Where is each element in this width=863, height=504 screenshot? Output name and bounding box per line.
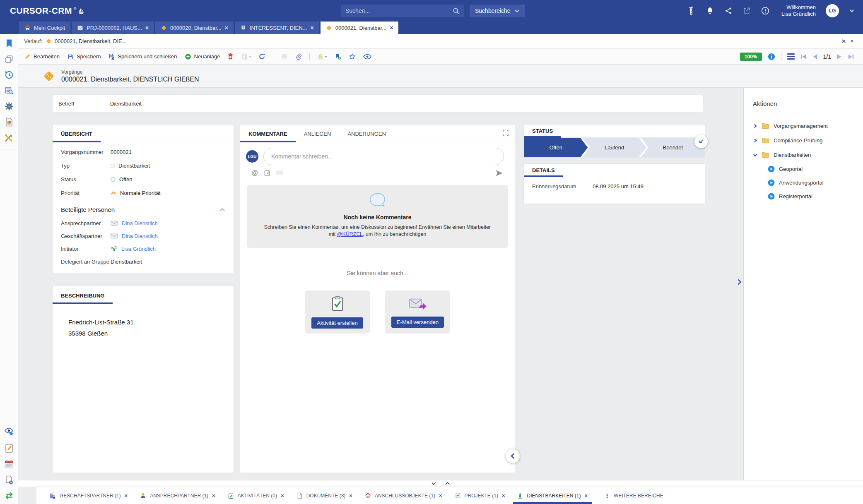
- create-activity-button[interactable]: Aktivität erstellen: [311, 317, 363, 329]
- watch-eye-icon[interactable]: [363, 54, 371, 60]
- search-scope-button[interactable]: Suchbereiche: [470, 5, 525, 17]
- sync-arrows-icon[interactable]: [4, 492, 14, 500]
- watch-eye-star-icon[interactable]: [4, 427, 14, 437]
- status-step-offen[interactable]: Offen: [524, 138, 588, 157]
- bottom-tab-dienstbarkeiten[interactable]: DIENSTBARKEITEN (1) ×: [511, 487, 594, 504]
- notes-clipboard-icon[interactable]: [5, 443, 14, 453]
- close-icon[interactable]: ×: [125, 492, 128, 499]
- search-icon[interactable]: [453, 7, 460, 14]
- collapse-panel-button[interactable]: [506, 449, 520, 463]
- copy-dropdown-icon[interactable]: ▾: [249, 54, 251, 59]
- collapse-section-icon[interactable]: [219, 208, 225, 212]
- tab-beschreibung[interactable]: BESCHREIBUNG: [53, 293, 113, 304]
- windows-stack-icon[interactable]: [5, 55, 14, 64]
- edit-button[interactable]: Bearbeiten: [24, 53, 60, 60]
- info-icon[interactable]: [768, 53, 775, 60]
- tab-anliegen[interactable]: ANLIEGEN: [296, 131, 340, 142]
- document-settings-icon[interactable]: [5, 475, 14, 485]
- close-icon[interactable]: ×: [390, 25, 393, 31]
- share-icon[interactable]: [724, 7, 733, 15]
- search-list-icon[interactable]: [5, 86, 14, 95]
- zoom-level-badge[interactable]: 100%: [740, 53, 762, 61]
- tree-folder-vorgangsmanagement[interactable]: Vorgangsmanagement: [753, 119, 859, 133]
- tab-details[interactable]: DETAILS: [524, 167, 563, 177]
- tab-mein-cockpit[interactable]: Mein Cockpit: [19, 22, 70, 34]
- list-menu-icon[interactable]: [787, 53, 795, 60]
- copy-icon[interactable]: ▾: [241, 53, 251, 60]
- bottom-tab-geschaeftspartner[interactable]: GESCHÄFTSPARTNER (1) ×: [43, 487, 134, 504]
- tree-folder-dienstbarkeiten[interactable]: Dienstbarkeiten: [753, 148, 859, 162]
- open-external-icon[interactable]: [742, 7, 751, 15]
- gear-process-icon[interactable]: [5, 102, 14, 111]
- previous-record-icon[interactable]: [812, 54, 817, 60]
- tab-status[interactable]: STATUS: [524, 128, 561, 137]
- save-button[interactable]: Speichern: [67, 53, 101, 60]
- print-icon[interactable]: [281, 53, 288, 60]
- user-menu-chevron-icon[interactable]: [849, 8, 855, 14]
- delete-icon[interactable]: [227, 53, 234, 60]
- last-record-icon[interactable]: [848, 54, 854, 60]
- history-dropdown-icon[interactable]: ▾: [851, 38, 853, 44]
- lighthouse-icon[interactable]: [687, 6, 696, 16]
- expand-fullscreen-icon[interactable]: [502, 130, 509, 136]
- search-input[interactable]: [345, 7, 453, 14]
- comment-input[interactable]: [263, 148, 504, 165]
- bottom-tab-dokumente[interactable]: DOKUMENTE (3) ×: [290, 487, 359, 504]
- tab-interessent[interactable]: INTERESSENT, DIEN... ×: [235, 22, 319, 34]
- bookmark-icon[interactable]: [5, 39, 13, 48]
- tree-action-geoportal[interactable]: Geoportal: [753, 162, 859, 176]
- refresh-icon[interactable]: [258, 53, 265, 60]
- description-text[interactable]: Friedrich-List-Straße 31 35398 Gießen: [53, 304, 234, 339]
- subject-value[interactable]: Dienstbarkeit: [110, 101, 142, 107]
- save-and-close-button[interactable]: Speichern und schließen: [108, 53, 177, 60]
- collapse-down-icon[interactable]: [431, 482, 436, 485]
- close-icon[interactable]: ×: [311, 25, 314, 31]
- close-icon[interactable]: ×: [212, 492, 215, 499]
- tree-action-anwendungsportal[interactable]: Anwendungsportal: [753, 176, 859, 190]
- close-icon[interactable]: ×: [281, 492, 284, 499]
- next-record-icon[interactable]: [837, 54, 842, 60]
- close-icon[interactable]: ×: [225, 25, 228, 31]
- tree-folder-compliance-pruefung[interactable]: Compliance-Prüfung: [753, 133, 859, 148]
- attachment-paperclip-icon[interactable]: [295, 53, 302, 60]
- bottom-tab-anschlussobjekte[interactable]: ANSCHLUSSOBJEKTE (1) ×: [359, 487, 448, 504]
- send-comment-icon[interactable]: [495, 170, 503, 177]
- history-clock-icon[interactable]: [5, 70, 14, 79]
- close-history-icon[interactable]: ×: [842, 38, 846, 45]
- favorite-star-icon[interactable]: [349, 53, 356, 60]
- close-icon[interactable]: ×: [439, 492, 442, 499]
- tab-projekt[interactable]: PRJ-0000002, HAUS... ×: [72, 22, 154, 34]
- tab-uebersicht[interactable]: ÜBERSICHT: [53, 131, 101, 142]
- bottom-tab-weitere-bereiche[interactable]: ⋮ WEITERE BEREICHE: [598, 487, 669, 504]
- status-collapse-button[interactable]: [694, 135, 708, 148]
- tools-wrench-icon[interactable]: [5, 133, 14, 142]
- history-entry[interactable]: 0000021, Dienstbarkeit, DIE...: [46, 38, 126, 44]
- lock-icon[interactable]: ▾: [317, 53, 327, 60]
- close-icon[interactable]: ×: [145, 25, 149, 31]
- tab-aenderungen[interactable]: ÄNDERUNGEN: [339, 131, 394, 142]
- lock-dropdown-icon[interactable]: ▾: [325, 54, 327, 59]
- first-record-icon[interactable]: [800, 54, 807, 60]
- tree-action-registerportal[interactable]: Registerportal: [753, 190, 859, 203]
- subscribe-flag-icon[interactable]: [334, 53, 341, 60]
- send-email-button[interactable]: E-Mail versenden: [391, 317, 444, 328]
- bottom-tab-ansprechpartner[interactable]: ANSPRECHPARTNER (1) ×: [134, 487, 222, 504]
- tab-kommentare[interactable]: KOMMENTARE: [240, 131, 296, 142]
- close-icon[interactable]: ×: [349, 492, 352, 499]
- report-document-icon[interactable]: [5, 118, 14, 127]
- mention-shortcut-link[interactable]: @KÜRZEL: [337, 231, 363, 237]
- notifications-bell-icon[interactable]: [706, 6, 714, 15]
- user-avatar[interactable]: LG: [826, 4, 839, 17]
- close-icon[interactable]: ×: [585, 492, 588, 499]
- bottom-tab-projekte[interactable]: PROJEKTE (1) ×: [448, 487, 511, 504]
- mail-icon[interactable]: [276, 170, 283, 175]
- help-menu-icon[interactable]: [761, 6, 770, 15]
- tab-vorgang-0000020[interactable]: 0000020, Dienstbar... ×: [155, 22, 234, 34]
- task-note-icon[interactable]: [264, 170, 270, 176]
- close-icon[interactable]: ×: [502, 492, 505, 499]
- tab-vorgang-0000021-active[interactable]: 0000021, Dienstbar... ×: [321, 22, 399, 34]
- expand-up-icon[interactable]: [445, 482, 450, 485]
- calendar-icon[interactable]: [4, 460, 14, 469]
- mention-icon[interactable]: @: [251, 169, 258, 177]
- bottom-tab-aktivitaeten[interactable]: AKTIVITÄTEN (0) ×: [222, 487, 290, 504]
